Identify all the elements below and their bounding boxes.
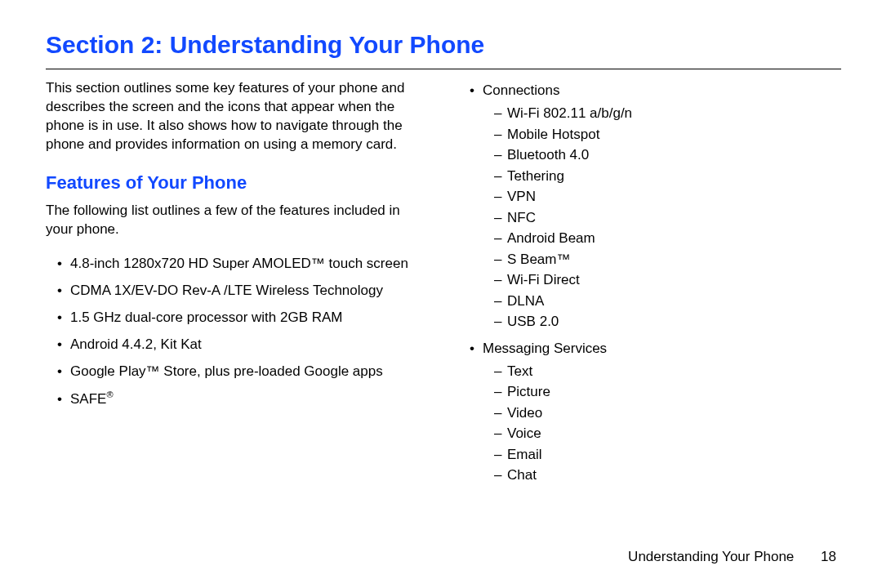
features-heading: Features of Your Phone: [46, 172, 429, 194]
list-item-text: SAFE®: [70, 391, 114, 407]
divider: [46, 69, 841, 69]
sub-list-item: Video: [494, 403, 841, 424]
page-number: 18: [821, 549, 836, 565]
sub-list-item: Email: [494, 444, 841, 466]
page-footer: Understanding Your Phone 18: [628, 549, 836, 565]
left-column: This section outlines some key features …: [46, 79, 429, 491]
section-title: Section 2: Understanding Your Phone: [46, 31, 841, 59]
list-item: SAFE®: [57, 388, 429, 410]
list-item: 1.5 GHz dual-core processor with 2GB RAM: [57, 306, 429, 328]
sub-list: Wi-Fi 802.11 a/b/g/n Mobile Hotspot Blue…: [483, 103, 841, 332]
sub-list-item: S Beam™: [494, 249, 841, 270]
sub-list-item: Tethering: [494, 166, 841, 187]
sub-list-item: Picture: [494, 381, 841, 403]
list-item-label: Connections: [483, 82, 560, 98]
list-item-label: Messaging Services: [483, 341, 607, 356]
features-lead: The following list outlines a few of the…: [46, 202, 429, 239]
sub-list-item: USB 2.0: [494, 311, 841, 332]
sub-list: Text Picture Video Voice Email Chat: [483, 361, 841, 486]
sub-list-item: Text: [494, 361, 841, 382]
list-item: Android 4.4.2, Kit Kat: [57, 333, 429, 355]
sub-list-item: NFC: [494, 207, 841, 229]
intro-paragraph: This section outlines some key features …: [46, 79, 429, 154]
sub-list-item: Android Beam: [494, 228, 841, 249]
right-column: Connections Wi-Fi 802.11 a/b/g/n Mobile …: [458, 79, 841, 491]
sub-list-item: Wi-Fi 802.11 a/b/g/n: [494, 103, 841, 124]
sub-list-item: Wi-Fi Direct: [494, 270, 841, 291]
sub-list-item: Mobile Hotspot: [494, 124, 841, 145]
manual-page: Section 2: Understanding Your Phone This…: [0, 0, 882, 588]
sub-list-item: Chat: [494, 465, 841, 486]
list-item: Messaging Services Text Picture Video Vo…: [470, 337, 841, 486]
sub-list-item: Voice: [494, 423, 841, 444]
sub-list-item: DLNA: [494, 291, 841, 312]
content-columns: This section outlines some key features …: [46, 79, 841, 491]
list-item: CDMA 1X/EV-DO Rev-A /LTE Wireless Techno…: [57, 279, 429, 301]
sub-list-item: VPN: [494, 186, 841, 207]
sub-list-item: Bluetooth 4.0: [494, 145, 841, 166]
left-bullet-list: 4.8-inch 1280x720 HD Super AMOLED™ touch…: [46, 252, 429, 410]
right-bullet-list: Connections Wi-Fi 802.11 a/b/g/n Mobile …: [458, 79, 841, 486]
list-item: Connections Wi-Fi 802.11 a/b/g/n Mobile …: [470, 79, 841, 332]
list-item: Google Play™ Store, plus pre-loaded Goog…: [57, 360, 429, 382]
footer-title: Understanding Your Phone: [628, 549, 794, 564]
list-item: 4.8-inch 1280x720 HD Super AMOLED™ touch…: [57, 252, 429, 274]
